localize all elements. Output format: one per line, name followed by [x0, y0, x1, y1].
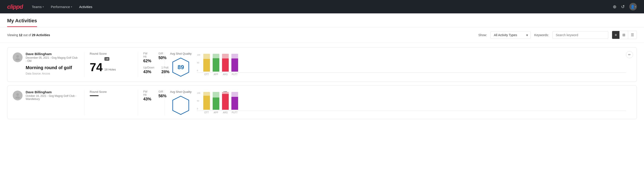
score-number: 74 [90, 61, 103, 73]
user-avatar-menu[interactable]: 👤 ▾ [629, 3, 637, 10]
data-source: Data Source: Arccos [26, 72, 79, 75]
svg-point-0 [16, 55, 19, 58]
bar-group: 89 [232, 56, 238, 72]
view-list-detailed-button[interactable]: ☰ [628, 31, 637, 39]
avg-shot-quality-label: Avg Shot Quality [170, 90, 192, 94]
nav-items: Teams ▾ Performance ▾ Activities [32, 4, 604, 10]
refresh-icon[interactable]: ↺ [621, 4, 625, 9]
view-list-compact-button[interactable]: ≡ [612, 31, 620, 39]
fw-hit-stat: FW Hit 43% [143, 90, 151, 102]
bar-group: 89 [222, 56, 229, 72]
bar-x-label: ARG [222, 73, 229, 76]
user-icon: 👤 [630, 5, 635, 9]
bar-group: 87 [232, 94, 238, 110]
nav-right: ⊕ ↺ 👤 ▾ [613, 3, 637, 10]
avatar [13, 52, 22, 62]
svg-point-4 [16, 96, 20, 98]
card-left: Dave Billingham October 16, 2021 - Gog M… [13, 90, 84, 115]
bar-x-label: OTT [203, 111, 210, 114]
bar-group: 106 [222, 91, 229, 110]
hexagon: 89 [172, 57, 190, 77]
view-grid-button[interactable]: ⊞ [620, 31, 628, 39]
bar-x-label: APP [213, 73, 219, 76]
bar [232, 97, 238, 110]
bar-x-label: OTT [203, 73, 210, 76]
score-holes: 18 Holes [104, 68, 116, 71]
hexagon [172, 95, 190, 115]
card-info: Dave Billingham October 16, 2021 - Gog M… [26, 90, 79, 100]
hexagon-container: Avg Shot Quality [170, 90, 192, 115]
activity-type-select[interactable]: All Activity Types [490, 31, 531, 39]
svg-point-3 [16, 93, 19, 96]
viewing-total: 29 [32, 33, 36, 37]
bar-chart: 100 50 0 85 90 89 [197, 54, 626, 76]
performance-chevron-icon: ▾ [71, 6, 72, 8]
bar-x-label: APP [213, 111, 219, 114]
shot-quality-section: Avg Shot Quality 89 100 50 0 85 [164, 52, 631, 77]
updown-label: Up/Down [143, 66, 154, 69]
fw-hit-value: 62% [143, 59, 151, 63]
user-name: Dave Billingham [26, 90, 79, 94]
y-label-100: 100 [197, 54, 200, 56]
bar [203, 96, 210, 110]
bar-group: 82 [213, 94, 219, 110]
card-left: Dave Billingham December 05, 2021 - Gog … [13, 52, 84, 77]
y-label-0: 0 [197, 108, 200, 110]
round-score-label: Round Score [90, 52, 132, 55]
bar [222, 94, 229, 110]
avatar [13, 90, 22, 100]
bar [203, 59, 210, 72]
fw-hit-value: 43% [143, 97, 151, 102]
hexagon-container: Avg Shot Quality 89 [170, 52, 192, 77]
page-content: My Activities Viewing 12 out of 29 Activ… [0, 14, 644, 195]
nav-activities[interactable]: Activities [79, 4, 92, 10]
edit-button[interactable]: ✏ [626, 51, 633, 58]
search-input[interactable] [552, 31, 608, 39]
nav-performance[interactable]: Performance ▾ [51, 4, 72, 10]
card-info: Dave Billingham December 05, 2021 - Gog … [26, 52, 79, 75]
stats-section: FW Hit 43% GIR 56% [138, 90, 164, 115]
round-score-label: Round Score [90, 90, 132, 94]
stats-section: FW Hit 62% GIR 50% Up/Down 43% 1 Putt [138, 52, 164, 77]
navbar: clippd Teams ▾ Performance ▾ Activities … [0, 0, 644, 14]
date-course: December 05, 2021 - Gog Magog Golf Club … [26, 56, 79, 62]
score-value: 74 +4 18 Holes [90, 57, 132, 73]
cards-container: Dave Billingham December 05, 2021 - Gog … [0, 43, 644, 124]
teams-chevron-icon: ▾ [42, 6, 44, 8]
svg-marker-5 [173, 96, 189, 114]
bar-x-label: PUTT [232, 111, 238, 114]
add-icon[interactable]: ⊕ [613, 4, 616, 9]
bar-group: 94 [203, 93, 210, 110]
user-name: Dave Billingham [26, 52, 79, 56]
show-label: Show: [478, 33, 487, 37]
shot-quality-section: Avg Shot Quality 100 50 0 94 [164, 90, 631, 115]
bar [232, 58, 238, 72]
bar-x-label: ARG [222, 111, 229, 114]
bar [213, 98, 219, 110]
view-buttons: ≡ ⊞ ☰ [612, 31, 637, 39]
bar-group: 85 [203, 56, 210, 72]
score-section: Round Score [84, 90, 138, 115]
viewing-text: Viewing 12 out of 29 Activities [7, 33, 475, 37]
logo[interactable]: clippd [7, 3, 23, 10]
fw-hit-label: FW Hit [143, 90, 151, 96]
updown-value: 43% [143, 70, 154, 74]
score-section: Round Score 74 +4 18 Holes [84, 52, 138, 77]
score-dash [90, 95, 99, 96]
avg-shot-quality-label: Avg Shot Quality [170, 52, 192, 55]
stat-row-bottom: Up/Down 43% 1 Putt 28% [143, 66, 159, 77]
date-course: October 16, 2021 - Gog Magog Golf Club -… [26, 94, 79, 100]
avatar-chevron-icon: ▾ [635, 6, 636, 8]
page-header: My Activities [0, 14, 644, 27]
activity-card: Dave Billingham October 16, 2021 - Gog M… [7, 86, 637, 119]
bar-group: 90 [213, 55, 219, 72]
bar-x-label: PUTT [232, 73, 238, 76]
bar-chart: 100 50 0 94 82 106 [197, 92, 626, 114]
bar [222, 58, 229, 72]
score-badge: +4 [104, 57, 110, 61]
nav-teams[interactable]: Teams ▾ [32, 4, 44, 10]
stat-row-top: FW Hit 43% GIR 56% [143, 90, 159, 104]
page-title: My Activities [7, 18, 37, 27]
filter-bar: Viewing 12 out of 29 Activities Show: Al… [0, 27, 644, 43]
fw-hit-label: FW Hit [143, 52, 151, 58]
